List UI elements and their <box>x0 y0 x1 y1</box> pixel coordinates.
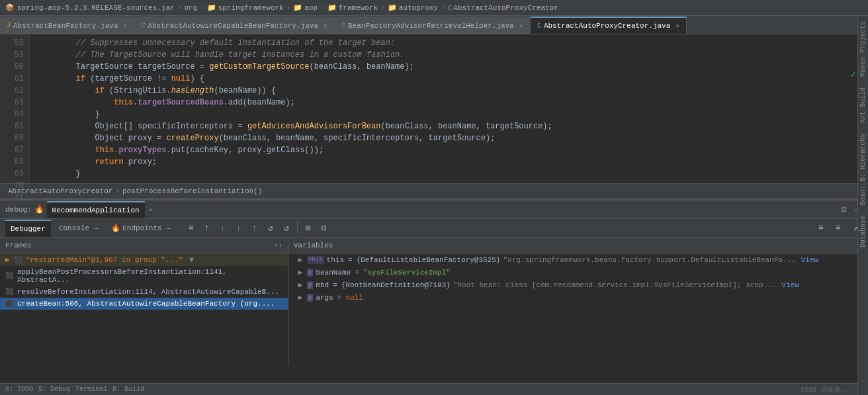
tab-abstract-auto-proxy[interactable]: C AbstractAutoProxyCreator.java ✕ <box>531 17 687 34</box>
var-name-mbd: mbd <box>316 281 329 289</box>
expand-icon-args[interactable]: ▶ <box>296 293 304 302</box>
var-item-args[interactable]: ▶ p args = null <box>288 291 868 304</box>
breadcrumb-folder-icon4: 📁 <box>388 3 397 12</box>
expand-icon-this[interactable]: ▶ <box>296 255 304 264</box>
tab-abstract-autowire[interactable]: C AbstractAutowireCapableBeanFactory.jav… <box>134 17 335 34</box>
debug-close-btn[interactable]: ✕ <box>149 206 153 214</box>
toolbar-btn-r1[interactable]: ≡ <box>814 221 828 236</box>
breadcrumb-org[interactable]: org <box>184 4 197 12</box>
code-line-59: // The TargetSource will handle target i… <box>38 49 868 61</box>
frames-header-actions: +› <box>274 241 282 249</box>
breadcrumb-framework[interactable]: framework <box>339 4 378 12</box>
breadcrumb-archive-icon: 📦 <box>5 3 15 12</box>
var-item-beanname[interactable]: ▶ p beanName = "sysFileServiceImpl" <box>288 266 868 279</box>
bottom-todo[interactable]: 6: TODO <box>5 386 33 393</box>
tab-label: AbstractAutowireCapableBeanFactory.java <box>148 22 318 30</box>
var-view-mbd[interactable]: View <box>781 281 799 289</box>
tab-close-active[interactable]: ✕ <box>675 22 679 30</box>
ant-build-tab[interactable]: Ant Build <box>858 82 868 128</box>
toolbar-btn-down-over[interactable]: ↓ <box>216 221 230 236</box>
thread-dropdown[interactable]: ▼ <box>189 256 194 264</box>
frames-content: ▶ ⬛ "restartedMain"@1,967 in group "..."… <box>0 253 288 366</box>
frames-title: Frames <box>5 241 32 249</box>
tab-icon-j: J <box>7 22 11 29</box>
vars-panel: Variables ↗ ▶ this this = {DefaultListab… <box>288 238 868 366</box>
toolbar-btn-up-out[interactable]: ↑ <box>247 221 262 236</box>
var-equals-args: = <box>337 294 342 302</box>
tab-bean-factory-advisor[interactable]: C BeanFactoryAdvisorRetrievalHelper.java… <box>335 17 531 34</box>
status-method: postProcessBeforeInstantiation() <box>122 187 262 195</box>
code-line-60: TargetSource targetSource = getCustomTar… <box>38 61 868 73</box>
var-item-this[interactable]: ▶ this this = {DefaultListableBeanFactor… <box>288 253 868 266</box>
expand-icon-mbd[interactable]: ▶ <box>296 281 304 289</box>
thread-item[interactable]: ▶ ⬛ "restartedMain"@1,967 in group "..."… <box>0 253 288 266</box>
frame-icon-1: ⬛ <box>5 288 13 296</box>
expand-icon-beanname[interactable]: ▶ <box>296 268 304 277</box>
debug-controls: ≡ ↑ ↓ ↓ ↑ ↺ ↺ ⊞ ⊟ <box>184 221 331 236</box>
breadcrumb-aop[interactable]: aop <box>304 4 318 12</box>
vars-panel-header: Variables ↗ <box>288 238 868 253</box>
status-bar: AbstractAutoProxyCreator › postProcessBe… <box>0 183 868 199</box>
database-tab[interactable]: Database <box>858 210 868 253</box>
toolbar-btn-down-into[interactable]: ↓ <box>232 221 246 236</box>
code-line-63: this.targetSourcedBeans.add(beanName); <box>38 97 868 109</box>
breadcrumb-autoproxy[interactable]: autoproxy <box>399 4 438 12</box>
debug-tab-recommened[interactable]: RecommendApplication <box>47 201 145 218</box>
var-value-args: null <box>345 294 363 302</box>
breadcrumb-springframework[interactable]: springframework <box>218 4 284 12</box>
frame-item-0[interactable]: ⬛ applyBeanPostProcessorsBeforeInstantia… <box>0 266 288 286</box>
bottom-terminal[interactable]: Terminal <box>75 386 107 393</box>
maven-projects-tab[interactable]: Maven Projects <box>858 16 868 82</box>
toolbar-btn-list[interactable]: ≡ <box>184 221 198 236</box>
console-label: Console → <box>59 224 98 232</box>
bean-hierarchy-tab[interactable]: Bean: B: Hierarchy <box>858 128 868 210</box>
breadcrumb-class-icon: C <box>448 4 453 12</box>
var-type-beanname: p <box>307 269 313 277</box>
code-line-61: if (targetSource != null) { <box>38 73 868 85</box>
var-value-this: {DefaultListableBeanFactory@3525} <box>357 256 501 264</box>
code-line-64: } <box>38 109 868 120</box>
bottom-right-info: CSDN·流媒播... <box>801 385 852 394</box>
code-line-70 <box>38 180 868 183</box>
tab-abstract-bean-factory[interactable]: J AbstractBeanFactory.java ✕ <box>0 17 134 34</box>
frame-label-2: createBean:506, AbstractAutowireCapableB… <box>17 300 275 308</box>
frame-item-1[interactable]: ⬛ resolveBeforeInstantiation:1114, Abstr… <box>0 286 288 298</box>
frame-item-2[interactable]: ⬛ createBean:506, AbstractAutowireCapabl… <box>0 298 288 310</box>
toolbar-btn-reset[interactable]: ↺ <box>263 221 278 236</box>
toolbar-btn-up[interactable]: ↑ <box>200 221 214 236</box>
endpoints-label: 🔥Endpoints → <box>111 224 171 232</box>
tab-close[interactable]: ✕ <box>324 22 327 30</box>
debug-tab-console[interactable]: Console → <box>54 220 103 237</box>
debug-settings-icon[interactable]: ⚙ <box>838 202 849 216</box>
status-arrow: › <box>115 187 120 195</box>
frames-action-btn[interactable]: +› <box>274 241 282 249</box>
editor-container: ✓ 58 59 60 61 62 63 64 65 66 67 68 69 70… <box>0 34 868 183</box>
toolbar-btn-r2[interactable]: ≡ <box>831 221 846 236</box>
vars-title: Variables <box>294 241 333 249</box>
var-name-args: args <box>316 294 333 302</box>
tabs-bar: J AbstractBeanFactory.java ✕ C AbstractA… <box>0 16 868 34</box>
tab-icon-c1: C <box>141 22 145 29</box>
tab-close[interactable]: ✕ <box>519 22 523 30</box>
bottom-build[interactable]: B: Build <box>112 386 144 393</box>
toolbar-btn-reset2[interactable]: ↺ <box>279 221 294 236</box>
vars-content: ▶ this this = {DefaultListableBeanFactor… <box>288 253 868 366</box>
var-value-mbd: {RootBeanDefinition@7193} <box>341 281 451 289</box>
breadcrumb-class[interactable]: AbstractAutoProxyCreator <box>453 4 558 12</box>
right-vertical-panels: Maven Projects Ant Build Bean: B: Hierar… <box>857 16 868 395</box>
debug-tab-endpoints[interactable]: 🔥Endpoints → <box>106 220 176 237</box>
frames-panel-header: Frames +› <box>0 238 288 253</box>
bottom-bar: 6: TODO 5: Debug Terminal B: Build CSDN·… <box>0 383 857 395</box>
bottom-debug[interactable]: 5: Debug <box>38 386 70 393</box>
breadcrumb-archive[interactable]: spring-aop-5.2.3.RELEASE-sources.jar <box>17 4 175 12</box>
tab-close[interactable]: ✕ <box>123 22 127 30</box>
var-item-mbd[interactable]: ▶ p mbd = {RootBeanDefinition@7193} "Roo… <box>288 279 868 291</box>
debug-app-icon: 🔥 <box>34 204 44 214</box>
thread-icon: ▶ <box>5 255 10 264</box>
debug-section: debug: 🔥 RecommendApplication ✕ ⚙ — Debu… <box>0 199 868 366</box>
toolbar-btn-list2[interactable]: ⊟ <box>317 221 331 236</box>
debug-tab-debugger[interactable]: Debugger <box>5 220 51 237</box>
var-view-this[interactable]: View <box>801 256 818 264</box>
toolbar-btn-grid[interactable]: ⊞ <box>301 221 316 236</box>
code-line-67: this.proxyTypes.put(cacheKey, proxy.getC… <box>38 144 868 156</box>
